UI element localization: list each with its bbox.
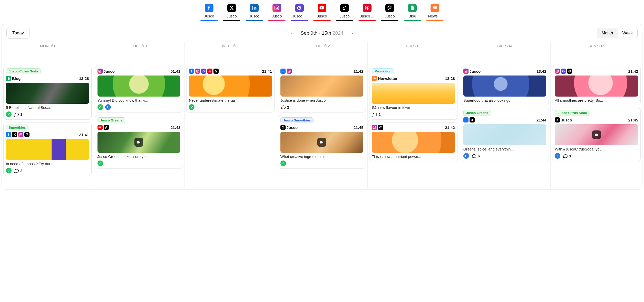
post-thumbnail: [97, 76, 181, 97]
post-time: 21:43: [171, 125, 180, 130]
post-time: 12:28: [445, 76, 455, 81]
day-column[interactable]: 21:42 Justice is done when Jusco i... 2 …: [276, 51, 368, 189]
instagram-icon: [18, 132, 23, 137]
channel-underline: [426, 20, 444, 21]
instagram-icon: [272, 4, 281, 12]
post-time: 21:45: [354, 125, 363, 130]
post-thumbnail: [463, 76, 547, 97]
video-badge-icon: [592, 130, 601, 139]
channel-blog[interactable]: Blog: [404, 4, 420, 21]
svg-point-11: [198, 70, 198, 71]
post-meta-row: 21:41: [189, 68, 272, 74]
channel-underline: [223, 20, 240, 21]
channel-google[interactable]: Jusco ...: [291, 4, 307, 21]
post-time: 01:41: [171, 69, 180, 73]
facebook-icon: [280, 69, 286, 74]
post-caption: This is how a nutrient power...: [372, 155, 455, 159]
today-button[interactable]: Today: [6, 28, 30, 39]
comment-count[interactable]: 1: [14, 111, 22, 117]
post-card[interactable]: 21:41 Never underestimate the tas... ✓: [186, 66, 275, 112]
post-card[interactable]: Jusco Greens 21:43 Jusco Greens makes su…: [95, 115, 183, 169]
post-card[interactable]: Jusco Citrus Soda Blog 12:28 5 Benefits …: [3, 66, 92, 120]
view-week-button[interactable]: Week: [618, 28, 637, 38]
post-tag: Jusco Citrus Soda: [555, 110, 590, 116]
post-card[interactable]: Jusco Citrus Soda Jusco 21:45 With #Jusc…: [552, 108, 641, 161]
blog-icon: [408, 4, 417, 12]
post-status-row: ✓2: [6, 168, 89, 173]
channel-newsletter[interactable]: Newsl...: [427, 4, 443, 21]
channel-underline: [381, 20, 398, 21]
channel-tiktok[interactable]: Jusco: [337, 4, 353, 21]
comment-count[interactable]: 2: [14, 168, 22, 173]
post-time: 21:44: [536, 118, 546, 122]
day-column[interactable]: Jusco Citrus Soda Blog 12:28 5 Benefits …: [2, 51, 93, 189]
status-scheduled-icon: L: [105, 104, 111, 110]
next-week-button[interactable]: →: [349, 31, 354, 36]
channel-underline: [336, 20, 353, 21]
post-card[interactable]: Jusco Smoothies Jusco 21:45 What creativ…: [278, 115, 366, 169]
channel-x[interactable]: Jusco: [224, 4, 240, 21]
post-meta-row: 21:43: [97, 125, 181, 130]
post-thumbnail: [555, 124, 638, 145]
post-card[interactable]: Jusco Greens 21:44 Greens, spice, and ev…: [461, 108, 549, 161]
post-thumbnail: [463, 124, 547, 145]
post-thumbnail: [280, 132, 364, 153]
post-card[interactable]: Promotion Newsletter 12:28 SJ: new flavo…: [369, 66, 457, 120]
status-scheduled-icon: L: [555, 153, 560, 159]
tiktok-icon: [104, 125, 109, 130]
post-card[interactable]: Jusco 01:41 Yummy! Did you know that ki.…: [95, 66, 183, 112]
channel-underline: [268, 20, 286, 21]
youtube-icon: [97, 125, 103, 130]
status-approved-icon: ✓: [189, 104, 194, 110]
status-approved-icon: ✓: [6, 168, 12, 173]
svg-point-7: [99, 71, 100, 72]
channel-youtube[interactable]: Jusco: [314, 4, 330, 21]
post-time: 21:41: [262, 69, 272, 73]
day-column[interactable]: Jusco 01:41 Yummy! Did you know that ki.…: [93, 51, 185, 189]
post-thumbnail: [372, 132, 455, 153]
prev-week-button[interactable]: ←: [290, 31, 295, 36]
channel-pinterest[interactable]: Jusco ...: [359, 4, 375, 21]
day-column[interactable]: Promotion Newsletter 12:28 SJ: new flavo…: [368, 51, 459, 189]
channel-threads[interactable]: Jusco: [382, 4, 398, 21]
svg-point-5: [21, 134, 22, 134]
comment-count[interactable]: 2: [372, 111, 380, 117]
post-thumbnail: [372, 83, 455, 104]
channel-linkedin[interactable]: Jusco: [246, 4, 262, 21]
day-column[interactable]: 21:42 All smoothies are pretty. So... Ju…: [551, 51, 642, 189]
comment-count[interactable]: 2: [280, 104, 289, 110]
post-meta-row: Jusco 21:45: [280, 125, 364, 130]
post-meta-row: Jusco 01:41: [97, 68, 181, 74]
post-meta-row: Jusco 21:45: [555, 117, 638, 123]
post-card[interactable]: Smoothies 21:41 In need of a boost? Try …: [3, 122, 92, 176]
post-thumbnail: [280, 76, 364, 97]
channel-instagram[interactable]: Jusco: [269, 4, 285, 21]
day-header: SAT 9/14: [459, 42, 551, 51]
comment-count[interactable]: 1: [562, 153, 571, 159]
post-card[interactable]: 21:42 Justice is done when Jusco i... 2: [278, 66, 366, 112]
view-month-button[interactable]: Month: [597, 28, 618, 38]
view-toggle: Month Week: [597, 28, 638, 38]
post-thumbnail: [6, 139, 89, 160]
svg-point-4: [20, 134, 21, 135]
day-column[interactable]: 21:41 Never underestimate the tas... ✓: [185, 51, 276, 189]
calendar: Today ← Sep 9th - 15th 2024 → Month Week…: [2, 24, 642, 190]
post-tag: Jusco Greens: [463, 110, 491, 116]
comment-count[interactable]: 6: [471, 153, 480, 159]
day-column[interactable]: Jusco 13:42 Superfood that also looks go…: [459, 51, 551, 189]
post-card[interactable]: 21:42 This is how a nutrient power...: [369, 122, 457, 161]
post-card[interactable]: 21:42 All smoothies are pretty. So...: [552, 66, 641, 105]
post-channel-label: Jusco: [287, 125, 298, 130]
post-channel-label: Jusco: [470, 69, 481, 73]
post-thumbnail: [555, 76, 638, 97]
pinterest-icon: [363, 4, 372, 12]
svg-point-22: [557, 71, 558, 72]
date-range-label: Sep 9th - 15th 2024: [301, 30, 344, 36]
comment-count-value: 2: [20, 168, 22, 173]
channel-underline: [200, 20, 218, 21]
post-card[interactable]: Jusco 13:42 Superfood that also looks go…: [461, 66, 549, 105]
threads-icon: [378, 125, 383, 130]
status-scheduled-icon: L: [463, 153, 469, 159]
channel-label: Jusco ...: [360, 14, 374, 18]
channel-facebook[interactable]: Jusco: [201, 4, 217, 21]
